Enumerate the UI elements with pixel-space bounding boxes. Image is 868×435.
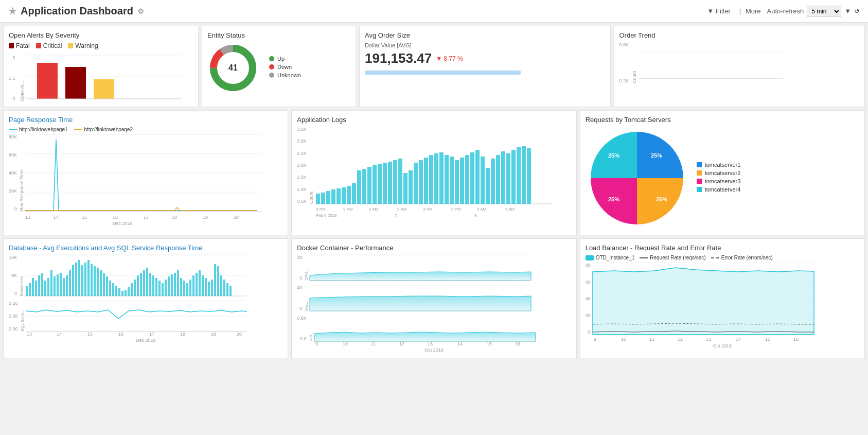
exec-chart-area: 16K 8K 0 Executions (9, 255, 282, 299)
filter-button[interactable]: ▼ Filter (707, 7, 731, 15)
svg-rect-139 (180, 278, 182, 296)
open-alerts-chart (27, 53, 181, 101)
svg-text:3 PM: 3 PM (423, 207, 433, 212)
docker-x-sub: Oct 2018 (297, 347, 571, 353)
svg-text:13: 13 (428, 341, 433, 346)
svg-rect-138 (177, 270, 179, 296)
svg-rect-67 (511, 150, 516, 204)
svg-text:15: 15 (765, 337, 770, 342)
mem-svg (310, 285, 531, 314)
filter-icon: ▼ (707, 7, 714, 15)
svg-rect-94 (41, 273, 43, 296)
tomcat4-legend: tomcatserver4 (697, 186, 741, 193)
errrate-line (711, 257, 719, 258)
app-logs-chart-area: 3.5K 3.0K 2.5K 2.0K 1.5K 1.0K 0.5K Count (297, 127, 571, 212)
svg-rect-133 (162, 283, 164, 296)
svg-rect-39 (367, 167, 371, 204)
svg-text:9 AM: 9 AM (505, 207, 515, 212)
filter-label: Filter (716, 7, 731, 15)
svg-rect-141 (186, 283, 188, 296)
y-label-0: 0 (13, 96, 15, 101)
svg-rect-61 (481, 156, 485, 204)
fatal-label: Fatal (16, 42, 30, 49)
exec-svg: 13 (25, 255, 246, 299)
svg-text:19: 19 (203, 215, 208, 220)
svg-rect-118 (115, 286, 117, 296)
svg-text:Feb 6 2018: Feb 6 2018 (316, 213, 337, 218)
unknown-dot (269, 73, 274, 78)
tomcat-chart-area: 25% 25% 25% 25% tomcatserver1 tomcatserv… (586, 127, 859, 230)
svg-text:9: 9 (594, 337, 596, 342)
metric-change: ▼ 8.77 % (436, 55, 463, 62)
svg-text:20: 20 (237, 332, 242, 337)
svg-rect-57 (460, 158, 464, 204)
svg-text:18: 18 (180, 332, 185, 337)
metric-bar (365, 71, 521, 75)
more-button[interactable]: ⋮ More (737, 7, 761, 15)
legend-page1: http://linktowebpage1 (9, 127, 68, 132)
sql-chart-area: 0.16 0.08 0.00 SQL Servi... 13 14 15 16 … (9, 301, 282, 337)
svg-text:15: 15 (82, 215, 87, 220)
svg-rect-140 (183, 281, 185, 296)
svg-marker-190 (593, 268, 814, 335)
page-response-chart-area: 80K 60K 40K 20K 0 Max Response Time 13 (9, 134, 282, 219)
svg-text:11: 11 (371, 341, 376, 346)
svg-text:Dec 2018: Dec 2018 (113, 221, 133, 226)
svg-text:25%: 25% (651, 152, 662, 159)
mem-chart-area: 40 0 Me... (297, 285, 571, 314)
metric-value: 191,153.47 (365, 50, 432, 66)
critical-label: Critical (43, 42, 62, 49)
svg-rect-97 (50, 270, 52, 296)
auto-refresh-select[interactable]: 5 min 1 min 10 min 30 min (807, 6, 841, 17)
svg-rect-154 (226, 283, 228, 296)
svg-marker-172 (310, 296, 531, 311)
svg-rect-35 (347, 186, 351, 204)
lb-x-sub: Oct 2018 (586, 343, 859, 349)
tomcat-pie: 25% 25% 25% 25% (586, 127, 688, 230)
svg-rect-49 (419, 160, 423, 204)
dropdown-arrow-icon: ▼ (844, 7, 851, 15)
svg-rect-46 (403, 173, 408, 204)
svg-text:9 PM: 9 PM (451, 207, 461, 212)
svg-rect-70 (527, 148, 531, 204)
header-controls: ▼ Filter ⋮ More Auto-refresh 5 min 1 min… (707, 6, 860, 17)
svg-marker-169 (310, 272, 531, 281)
svg-rect-56 (455, 160, 459, 204)
svg-text:9 PM: 9 PM (343, 207, 353, 212)
svg-rect-132 (158, 281, 161, 296)
svg-rect-151 (217, 266, 219, 296)
svg-rect-92 (35, 281, 37, 296)
svg-rect-134 (165, 280, 167, 296)
open-alerts-title: Open Alerts By Severity (9, 31, 193, 39)
database-widget: Database - Avg Executions and Avg SQL Se… (3, 238, 288, 358)
star-icon[interactable]: ★ (8, 6, 16, 17)
net-svg: 9 10 11 12 13 14 15 16 (314, 316, 536, 346)
otd-legend: OTD_Instance_1 (586, 255, 635, 260)
refresh-icon[interactable]: ↺ (854, 7, 860, 15)
svg-rect-30 (321, 193, 325, 204)
metric-label: Dollar Value [AVG] (365, 42, 605, 48)
auto-refresh-label: Auto-refresh (767, 7, 804, 15)
svg-rect-99 (57, 274, 59, 296)
svg-text:17: 17 (149, 332, 154, 337)
donut-chart: 41 (207, 42, 259, 94)
svg-rect-42 (383, 163, 387, 204)
svg-rect-105 (75, 263, 77, 296)
y-label-3: 3 (13, 55, 15, 60)
svg-rect-123 (131, 283, 133, 296)
warning-color (68, 43, 73, 48)
svg-rect-109 (87, 260, 90, 296)
svg-rect-37 (357, 170, 361, 204)
header-title-group: ★ Application Dashboard ⚙ (8, 5, 144, 17)
up-label: Up (277, 56, 285, 62)
page-response-title: Page Response Time (9, 116, 282, 124)
open-alerts-widget: Open Alerts By Severity Fatal Critical W… (3, 26, 199, 107)
gear-icon[interactable]: ⚙ (137, 7, 144, 15)
svg-rect-146 (202, 275, 204, 296)
svg-text:15: 15 (87, 332, 93, 337)
entity-status-widget: Entity Status 41 (202, 26, 356, 107)
svg-rect-60 (475, 150, 480, 204)
svg-rect-136 (171, 274, 173, 296)
svg-text:3 AM: 3 AM (477, 207, 487, 212)
auto-refresh-control: Auto-refresh 5 min 1 min 10 min 30 min ▼… (767, 6, 860, 17)
